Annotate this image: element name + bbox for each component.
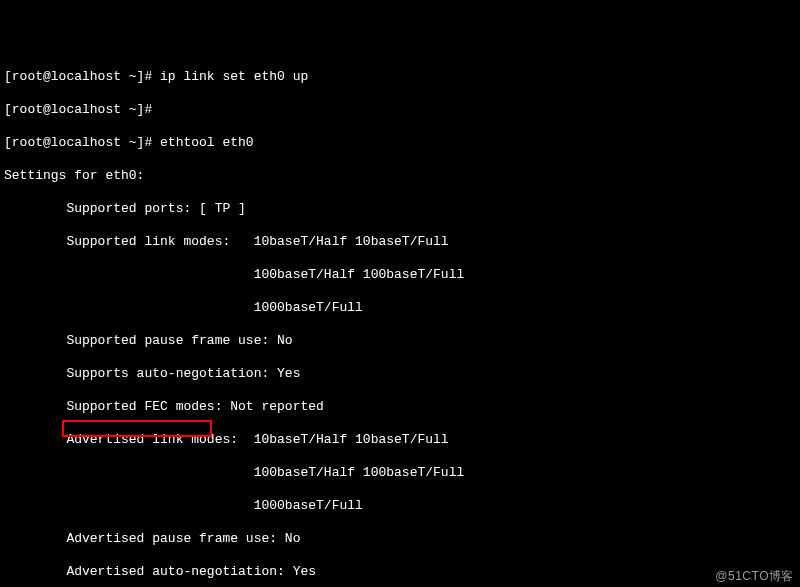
terminal-line: 100baseT/Half 100baseT/Full xyxy=(4,267,796,284)
terminal-line: 1000baseT/Full xyxy=(4,300,796,317)
terminal-line: [root@localhost ~]# ip link set eth0 up xyxy=(4,69,796,86)
terminal-line: [root@localhost ~]# ethtool eth0 xyxy=(4,135,796,152)
terminal-line: Settings for eth0: xyxy=(4,168,796,185)
terminal-line: Supported ports: [ TP ] xyxy=(4,201,796,218)
terminal-line: Supports auto-negotiation: Yes xyxy=(4,366,796,383)
terminal-line: 100baseT/Half 100baseT/Full xyxy=(4,465,796,482)
watermark-label: @51CTO博客 xyxy=(715,568,794,585)
terminal-line: Advertised link modes: 10baseT/Half 10ba… xyxy=(4,432,796,449)
terminal-line: 1000baseT/Full xyxy=(4,498,796,515)
terminal-line: Supported link modes: 10baseT/Half 10bas… xyxy=(4,234,796,251)
terminal-line: Supported pause frame use: No xyxy=(4,333,796,350)
terminal-line: [root@localhost ~]# xyxy=(4,102,796,119)
terminal-line: Supported FEC modes: Not reported xyxy=(4,399,796,416)
terminal-line: Advertised auto-negotiation: Yes xyxy=(4,564,796,581)
terminal-line: Advertised pause frame use: No xyxy=(4,531,796,548)
